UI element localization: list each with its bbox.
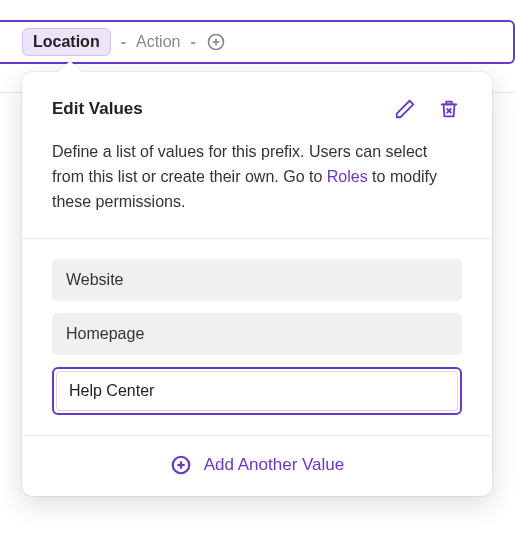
- delete-button[interactable]: [436, 96, 462, 122]
- plus-circle-icon: [206, 32, 226, 52]
- edit-icon: [394, 98, 416, 120]
- value-input-active: [52, 367, 462, 415]
- value-item[interactable]: Website: [52, 259, 462, 301]
- roles-link[interactable]: Roles: [327, 168, 368, 185]
- popover-header: Edit Values: [22, 96, 492, 140]
- add-another-value-button[interactable]: Add Another Value: [22, 435, 492, 496]
- value-input[interactable]: [56, 371, 458, 411]
- breadcrumb-action-label[interactable]: Action: [136, 33, 180, 51]
- trash-icon: [438, 98, 460, 120]
- plus-circle-icon: [170, 454, 192, 476]
- breadcrumb-bar: Location - Action -: [0, 20, 515, 64]
- edit-values-popover: Edit Values Define a list of values for …: [22, 72, 492, 496]
- values-list: Website Homepage: [22, 239, 492, 435]
- add-breadcrumb-button[interactable]: [206, 32, 226, 52]
- breadcrumb-location-label: Location: [33, 33, 100, 50]
- value-item[interactable]: Homepage: [52, 313, 462, 355]
- popover-title: Edit Values: [52, 99, 374, 119]
- breadcrumb-sep: -: [190, 33, 195, 51]
- edit-button[interactable]: [392, 96, 418, 122]
- breadcrumb-pill-location[interactable]: Location: [22, 28, 111, 56]
- add-another-value-label: Add Another Value: [204, 455, 345, 475]
- breadcrumb-sep: -: [121, 33, 126, 51]
- popover-description: Define a list of values for this prefix.…: [22, 140, 492, 238]
